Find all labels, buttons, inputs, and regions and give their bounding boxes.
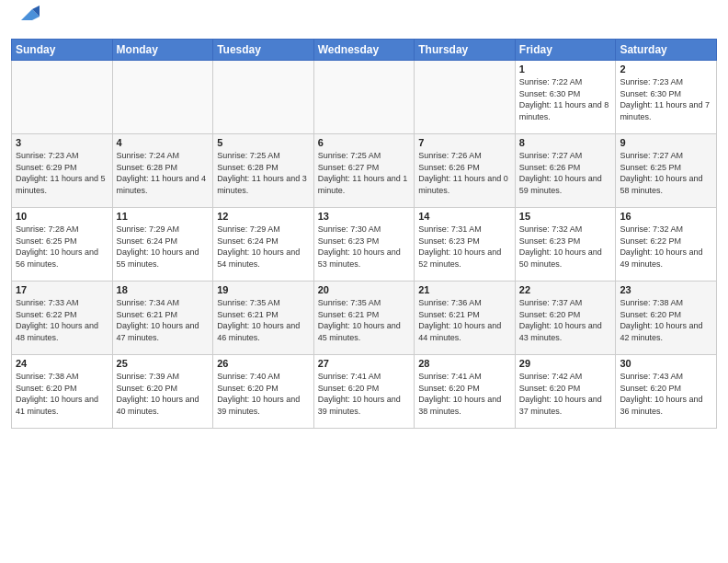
day-number: 15 — [519, 211, 612, 222]
day-cell: 26Sunrise: 7:40 AM Sunset: 6:20 PM Dayli… — [213, 355, 314, 429]
day-cell: 29Sunrise: 7:42 AM Sunset: 6:20 PM Dayli… — [515, 355, 616, 429]
day-info: Sunrise: 7:22 AM Sunset: 6:30 PM Dayligh… — [519, 76, 612, 122]
day-cell: 16Sunrise: 7:32 AM Sunset: 6:22 PM Dayli… — [616, 208, 717, 282]
main-container: SundayMondayTuesdayWednesdayThursdayFrid… — [0, 0, 728, 563]
day-info: Sunrise: 7:29 AM Sunset: 6:24 PM Dayligh… — [217, 224, 310, 270]
day-info: Sunrise: 7:36 AM Sunset: 6:21 PM Dayligh… — [418, 297, 511, 343]
day-number: 6 — [318, 137, 411, 148]
day-info: Sunrise: 7:38 AM Sunset: 6:20 PM Dayligh… — [16, 371, 108, 417]
day-info: Sunrise: 7:43 AM Sunset: 6:20 PM Dayligh… — [620, 371, 712, 417]
week-row-4: 17Sunrise: 7:33 AM Sunset: 6:22 PM Dayli… — [12, 282, 717, 355]
col-header-monday: Monday — [112, 40, 213, 61]
day-info: Sunrise: 7:24 AM Sunset: 6:28 PM Dayligh… — [117, 150, 210, 196]
day-info: Sunrise: 7:26 AM Sunset: 6:26 PM Dayligh… — [418, 150, 511, 196]
day-cell: 5Sunrise: 7:25 AM Sunset: 6:28 PM Daylig… — [213, 134, 314, 208]
day-cell — [313, 61, 415, 134]
day-number: 8 — [519, 137, 612, 148]
logo-icon — [14, 2, 40, 31]
day-number: 16 — [620, 211, 712, 222]
logo-content — [11, 9, 40, 31]
day-number: 29 — [519, 358, 612, 369]
day-cell: 9Sunrise: 7:27 AM Sunset: 6:25 PM Daylig… — [616, 134, 717, 208]
week-row-1: 1Sunrise: 7:22 AM Sunset: 6:30 PM Daylig… — [12, 61, 717, 134]
day-info: Sunrise: 7:34 AM Sunset: 6:21 PM Dayligh… — [117, 297, 210, 343]
day-number: 25 — [117, 358, 210, 369]
calendar-table: SundayMondayTuesdayWednesdayThursdayFrid… — [11, 39, 717, 429]
day-info: Sunrise: 7:23 AM Sunset: 6:30 PM Dayligh… — [620, 76, 712, 122]
day-number: 1 — [519, 63, 612, 75]
day-cell: 28Sunrise: 7:41 AM Sunset: 6:20 PM Dayli… — [415, 355, 516, 429]
day-info: Sunrise: 7:28 AM Sunset: 6:25 PM Dayligh… — [16, 224, 108, 270]
day-info: Sunrise: 7:30 AM Sunset: 6:23 PM Dayligh… — [318, 224, 411, 270]
col-header-thursday: Thursday — [415, 40, 516, 61]
day-cell: 17Sunrise: 7:33 AM Sunset: 6:22 PM Dayli… — [12, 282, 113, 355]
day-cell: 25Sunrise: 7:39 AM Sunset: 6:20 PM Dayli… — [112, 355, 213, 429]
day-number: 26 — [217, 358, 310, 369]
day-cell: 15Sunrise: 7:32 AM Sunset: 6:23 PM Dayli… — [515, 208, 616, 282]
day-info: Sunrise: 7:31 AM Sunset: 6:23 PM Dayligh… — [418, 224, 511, 270]
day-number: 30 — [620, 358, 712, 369]
day-info: Sunrise: 7:35 AM Sunset: 6:21 PM Dayligh… — [318, 297, 411, 343]
header — [11, 9, 717, 31]
day-number: 20 — [318, 284, 411, 295]
day-number: 2 — [620, 63, 712, 75]
day-info: Sunrise: 7:32 AM Sunset: 6:23 PM Dayligh… — [519, 224, 612, 270]
day-cell — [112, 61, 213, 134]
day-info: Sunrise: 7:23 AM Sunset: 6:29 PM Dayligh… — [16, 150, 108, 196]
day-cell: 6Sunrise: 7:25 AM Sunset: 6:27 PM Daylig… — [313, 134, 415, 208]
day-info: Sunrise: 7:27 AM Sunset: 6:26 PM Dayligh… — [519, 150, 612, 196]
day-info: Sunrise: 7:40 AM Sunset: 6:20 PM Dayligh… — [217, 371, 310, 417]
day-info: Sunrise: 7:25 AM Sunset: 6:27 PM Dayligh… — [318, 150, 411, 196]
day-number: 27 — [318, 358, 411, 369]
day-number: 5 — [217, 137, 310, 148]
day-info: Sunrise: 7:42 AM Sunset: 6:20 PM Dayligh… — [519, 371, 612, 417]
day-info: Sunrise: 7:41 AM Sunset: 6:20 PM Dayligh… — [418, 371, 511, 417]
col-header-friday: Friday — [515, 40, 616, 61]
day-cell: 23Sunrise: 7:38 AM Sunset: 6:20 PM Dayli… — [616, 282, 717, 355]
day-cell: 10Sunrise: 7:28 AM Sunset: 6:25 PM Dayli… — [12, 208, 113, 282]
col-header-sunday: Sunday — [12, 40, 113, 61]
day-cell: 4Sunrise: 7:24 AM Sunset: 6:28 PM Daylig… — [112, 134, 213, 208]
day-info: Sunrise: 7:32 AM Sunset: 6:22 PM Dayligh… — [620, 224, 712, 270]
day-number: 10 — [16, 211, 108, 222]
day-cell: 3Sunrise: 7:23 AM Sunset: 6:29 PM Daylig… — [12, 134, 113, 208]
col-header-wednesday: Wednesday — [313, 40, 415, 61]
day-number: 22 — [519, 284, 612, 295]
day-cell: 2Sunrise: 7:23 AM Sunset: 6:30 PM Daylig… — [616, 61, 717, 134]
day-info: Sunrise: 7:25 AM Sunset: 6:28 PM Dayligh… — [217, 150, 310, 196]
day-cell: 13Sunrise: 7:30 AM Sunset: 6:23 PM Dayli… — [313, 208, 415, 282]
day-number: 23 — [620, 284, 712, 295]
day-cell: 21Sunrise: 7:36 AM Sunset: 6:21 PM Dayli… — [415, 282, 516, 355]
day-number: 14 — [418, 211, 511, 222]
day-cell: 27Sunrise: 7:41 AM Sunset: 6:20 PM Dayli… — [313, 355, 415, 429]
day-number: 7 — [418, 137, 511, 148]
day-cell: 12Sunrise: 7:29 AM Sunset: 6:24 PM Dayli… — [213, 208, 314, 282]
day-number: 17 — [16, 284, 108, 295]
day-number: 24 — [16, 358, 108, 369]
day-cell — [213, 61, 314, 134]
day-cell — [12, 61, 113, 134]
day-cell: 1Sunrise: 7:22 AM Sunset: 6:30 PM Daylig… — [515, 61, 616, 134]
day-cell: 20Sunrise: 7:35 AM Sunset: 6:21 PM Dayli… — [313, 282, 415, 355]
week-row-3: 10Sunrise: 7:28 AM Sunset: 6:25 PM Dayli… — [12, 208, 717, 282]
day-cell: 18Sunrise: 7:34 AM Sunset: 6:21 PM Dayli… — [112, 282, 213, 355]
col-header-tuesday: Tuesday — [213, 40, 314, 61]
day-cell: 8Sunrise: 7:27 AM Sunset: 6:26 PM Daylig… — [515, 134, 616, 208]
day-number: 21 — [418, 284, 511, 295]
day-number: 19 — [217, 284, 310, 295]
day-cell: 24Sunrise: 7:38 AM Sunset: 6:20 PM Dayli… — [12, 355, 113, 429]
day-info: Sunrise: 7:37 AM Sunset: 6:20 PM Dayligh… — [519, 297, 612, 343]
day-number: 4 — [117, 137, 210, 148]
day-number: 9 — [620, 137, 712, 148]
day-info: Sunrise: 7:27 AM Sunset: 6:25 PM Dayligh… — [620, 150, 712, 196]
day-info: Sunrise: 7:33 AM Sunset: 6:22 PM Dayligh… — [16, 297, 108, 343]
col-header-saturday: Saturday — [616, 40, 717, 61]
day-info: Sunrise: 7:39 AM Sunset: 6:20 PM Dayligh… — [117, 371, 210, 417]
day-info: Sunrise: 7:35 AM Sunset: 6:21 PM Dayligh… — [217, 297, 310, 343]
week-row-5: 24Sunrise: 7:38 AM Sunset: 6:20 PM Dayli… — [12, 355, 717, 429]
day-cell: 11Sunrise: 7:29 AM Sunset: 6:24 PM Dayli… — [112, 208, 213, 282]
week-row-2: 3Sunrise: 7:23 AM Sunset: 6:29 PM Daylig… — [12, 134, 717, 208]
day-number: 11 — [117, 211, 210, 222]
day-info: Sunrise: 7:29 AM Sunset: 6:24 PM Dayligh… — [117, 224, 210, 270]
day-cell — [415, 61, 516, 134]
